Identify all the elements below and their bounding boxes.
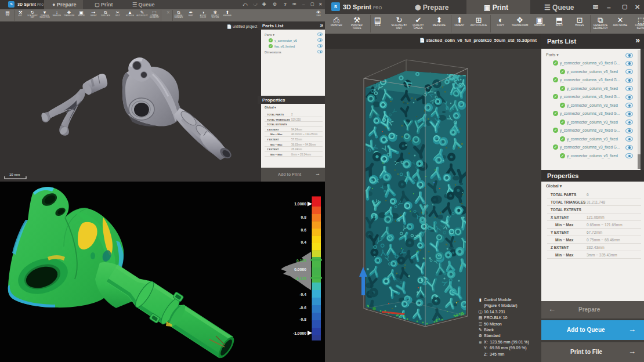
svg-text:-0.8: -0.8 <box>299 317 306 321</box>
svg-text:0.125: 0.125 <box>296 259 306 263</box>
svg-text:-0.125: -0.125 <box>295 277 306 281</box>
svg-text:0.8: 0.8 <box>301 215 307 219</box>
svg-text:-0.6: -0.6 <box>299 306 306 310</box>
svg-text:0.4: 0.4 <box>301 240 307 244</box>
svg-text:0.6: 0.6 <box>301 228 307 232</box>
svg-text:0.0000: 0.0000 <box>294 267 306 272</box>
svg-text:-0.4: -0.4 <box>299 292 306 296</box>
svg-text:1.0000: 1.0000 <box>294 202 306 206</box>
svg-text:-1.0000: -1.0000 <box>293 331 306 335</box>
